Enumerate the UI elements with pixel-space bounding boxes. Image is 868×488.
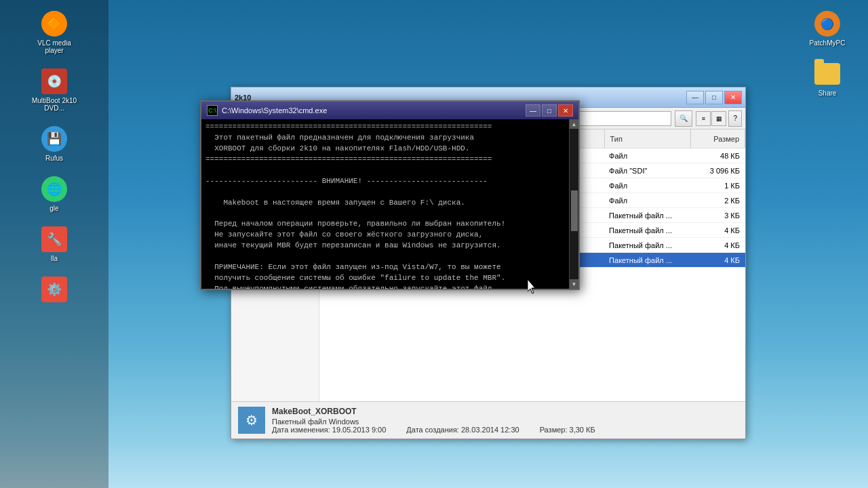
share-label: Share xyxy=(818,89,837,97)
cmd-title-icon: C:\ xyxy=(207,105,218,116)
desktop-icon-multiboot[interactable]: 💿 MultiBoot 2k10 DVD... xyxy=(27,64,81,115)
desktop-icon-rufus[interactable]: 💾 Rufus xyxy=(27,122,81,165)
cmd-titlebar: C:\ C:\Windows\System32\cmd.exe — □ ✕ xyxy=(201,102,578,119)
rufus-icon: 💾 xyxy=(41,125,68,152)
status-filename: MakeBoot_XORBOOT xyxy=(272,407,595,416)
share-folder-icon xyxy=(814,60,841,87)
vlc-label: VLC media player xyxy=(31,39,78,54)
cmd-window: C:\ C:\Windows\System32\cmd.exe — □ ✕ ==… xyxy=(200,100,580,290)
status-created: Дата создания: 28.03.2014 12:30 xyxy=(406,426,519,434)
status-size: Размер: 3,30 КБ xyxy=(540,426,595,434)
search-button[interactable]: 🔍 xyxy=(675,110,692,127)
multiboot-label: MultiBoot 2k10 DVD... xyxy=(31,97,78,112)
desktop-icon-app2[interactable]: ⚙️ xyxy=(27,272,81,308)
status-modified: Дата изменения: 19.05.2013 9:00 xyxy=(272,426,386,434)
patchmy-icon: 🔵 xyxy=(814,10,841,37)
file-size: 2 КБ xyxy=(691,197,745,205)
file-size: 4 КБ xyxy=(691,256,745,264)
cmd-content: ========================================… xyxy=(201,119,578,289)
status-info: MakeBoot_XORBOOT Пакетный файл Windows Д… xyxy=(272,407,595,434)
file-type: Пакетный файл ... xyxy=(604,226,691,235)
file-size: 1 КБ xyxy=(691,182,745,190)
status-details: Дата изменения: 19.05.2013 9:00 Дата соз… xyxy=(272,426,595,434)
scrollbar-down-arrow[interactable]: ▼ xyxy=(570,279,579,289)
status-filetype: Пакетный файл Windows xyxy=(272,418,595,426)
taskbar-left: 🔶 VLC media player 💿 MultiBoot 2k10 DVD.… xyxy=(0,0,108,488)
explorer-close-button[interactable]: ✕ xyxy=(724,91,742,104)
multiboot-icon: 💿 xyxy=(41,68,68,95)
desktop-icon-app1[interactable]: 🔧 lla xyxy=(27,222,81,266)
cmd-maximize-button[interactable]: □ xyxy=(542,104,557,117)
app2-icon: ⚙️ xyxy=(41,276,68,303)
app1-icon: 🔧 xyxy=(41,226,68,253)
app1-label: lla xyxy=(51,255,58,262)
col-header-size[interactable]: Размер xyxy=(691,129,745,148)
file-type: Файл xyxy=(604,152,691,160)
desktop-icon-browser[interactable]: 🌐 gle xyxy=(27,172,81,216)
browser-icon: 🌐 xyxy=(41,176,68,203)
desktop-icon-patchmy[interactable]: 🔵 PatchMyPC xyxy=(800,7,854,50)
desktop: 🔶 VLC media player 💿 MultiBoot 2k10 DVD.… xyxy=(0,0,868,488)
cmd-title-text: C:\Windows\System32\cmd.exe xyxy=(222,106,524,115)
explorer-statusbar: ⚙ MakeBoot_XORBOOT Пакетный файл Windows… xyxy=(231,401,745,439)
details-view-button[interactable]: ▦ xyxy=(711,111,726,126)
file-type: Файл xyxy=(604,182,691,190)
file-size: 3 КБ xyxy=(691,211,745,220)
scrollbar-thumb[interactable] xyxy=(571,190,578,231)
file-type: Пакетный файл ... xyxy=(604,241,691,249)
browser-label: gle xyxy=(50,205,58,212)
cmd-scrollbar[interactable]: ▲ ▼ xyxy=(569,119,578,289)
cmd-close-button[interactable]: ✕ xyxy=(558,104,573,117)
vlc-icon: 🔶 xyxy=(41,10,68,37)
status-file-icon: ⚙ xyxy=(238,407,265,434)
cmd-minimize-button[interactable]: — xyxy=(526,104,540,117)
file-type: Пакетный файл ... xyxy=(604,256,691,264)
cmd-text-area: ========================================… xyxy=(205,122,574,289)
desktop-icon-share[interactable]: Share xyxy=(800,57,854,100)
explorer-minimize-button[interactable]: — xyxy=(686,91,704,104)
desktop-icon-vlc[interactable]: 🔶 VLC media player xyxy=(27,7,81,58)
help-button[interactable]: ? xyxy=(728,110,742,127)
file-size: 4 КБ xyxy=(691,226,745,235)
rufus-label: Rufus xyxy=(45,155,63,162)
file-size: 3 096 КБ xyxy=(691,167,745,175)
file-type: Файл "SDI" xyxy=(604,167,691,175)
col-header-type[interactable]: Тип xyxy=(605,129,691,148)
file-size: 4 КБ xyxy=(691,241,745,249)
file-type: Файл xyxy=(604,197,691,205)
list-view-button[interactable]: ≡ xyxy=(696,111,711,126)
scrollbar-up-arrow[interactable]: ▲ xyxy=(570,119,579,129)
status-icon-symbol: ⚙ xyxy=(245,412,258,428)
taskbar-right: 🔵 PatchMyPC Share xyxy=(787,0,868,488)
file-size: 48 КБ xyxy=(691,152,745,160)
view-icons: ≡ ▦ xyxy=(696,111,726,126)
patchmy-label: PatchMyPC xyxy=(810,39,846,47)
file-type: Пакетный файл ... xyxy=(604,211,691,220)
explorer-maximize-button[interactable]: □ xyxy=(705,91,723,104)
